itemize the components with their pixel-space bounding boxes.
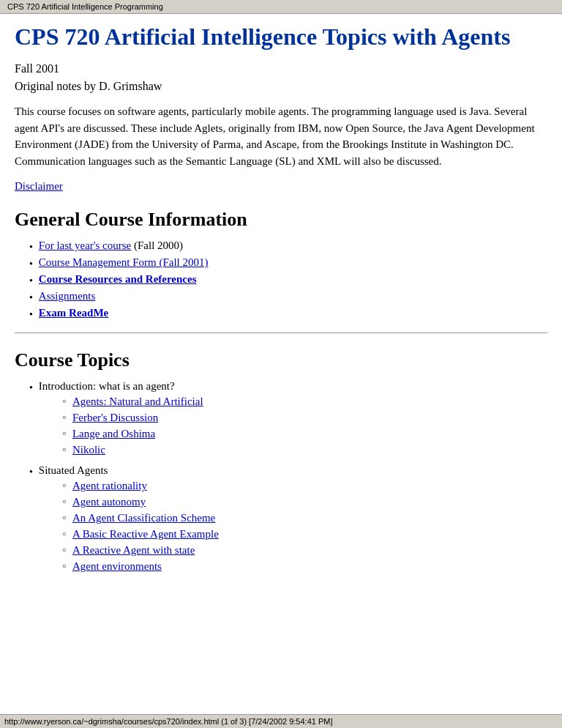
list-item: Agent rationality xyxy=(62,480,219,492)
list-item: Introduction: what is an agent? Agents: … xyxy=(29,380,547,460)
course-topics-heading: Course Topics xyxy=(15,349,547,371)
list-item: Assignments xyxy=(29,290,547,302)
page-title: CPS 720 Artificial Intelligence Topics w… xyxy=(15,23,547,51)
semester: Fall 2001 xyxy=(15,62,547,75)
list-item: Course Resources and References xyxy=(29,273,547,286)
description: This course focuses on software agents, … xyxy=(15,103,547,169)
status-bar: http://www.ryerson.ca/~dgrimsha/courses/… xyxy=(0,714,562,728)
browser-tab: CPS 720 Artificial Intelligence Programm… xyxy=(0,0,562,14)
list-item: For last year's course (Fall 2000) xyxy=(29,239,547,252)
agent-classification-link[interactable]: An Agent Classification Scheme xyxy=(72,512,215,524)
list-item: Exam ReadMe xyxy=(29,307,547,319)
section-divider xyxy=(15,333,547,333)
agent-rationality-link[interactable]: Agent rationality xyxy=(72,480,147,491)
general-course-info-heading: General Course Information xyxy=(15,209,547,231)
nikolic-link[interactable]: Nikolic xyxy=(72,444,105,456)
list-item: Ferber's Discussion xyxy=(62,412,203,424)
course-management-link[interactable]: Course Management Form (Fall 2001) xyxy=(39,256,209,268)
course-topics-list: Introduction: what is an agent? Agents: … xyxy=(15,380,547,576)
intro-label: Introduction: what is an agent? xyxy=(39,380,203,393)
agents-natural-artificial-link[interactable]: Agents: Natural and Artificial xyxy=(72,395,203,407)
agent-autonomy-link[interactable]: Agent autonomy xyxy=(72,496,146,508)
reactive-agent-state-link[interactable]: A Reactive Agent with state xyxy=(72,544,195,556)
list-item: Agent environments xyxy=(62,560,219,573)
disclaimer-link[interactable]: Disclaimer xyxy=(15,180,63,192)
list-item: Course Management Form (Fall 2001) xyxy=(29,256,547,269)
course-resources-link[interactable]: Course Resources and References xyxy=(39,273,197,285)
list-item: A Reactive Agent with state xyxy=(62,544,219,557)
last-year-suffix: (Fall 2000) xyxy=(131,239,183,251)
author: Original notes by D. Grimshaw xyxy=(15,80,547,93)
assignments-link[interactable]: Assignments xyxy=(39,290,96,302)
basic-reactive-agent-link[interactable]: A Basic Reactive Agent Example xyxy=(72,528,219,540)
situated-agents-sub-list: Agent rationality Agent autonomy An Agen… xyxy=(39,480,219,576)
list-item: Agents: Natural and Artificial xyxy=(62,395,203,408)
agent-environments-link[interactable]: Agent environments xyxy=(72,560,162,572)
last-year-course-link[interactable]: For last year's course xyxy=(39,239,131,251)
exam-readme-link[interactable]: Exam ReadMe xyxy=(39,307,108,319)
ferbers-discussion-link[interactable]: Ferber's Discussion xyxy=(72,412,158,423)
situated-agents-label: Situated Agents xyxy=(39,464,219,477)
list-item: Agent autonomy xyxy=(62,496,219,508)
intro-sub-list: Agents: Natural and Artificial Ferber's … xyxy=(39,395,203,460)
lange-oshima-link[interactable]: Lange and Oshima xyxy=(72,428,155,439)
general-info-list: For last year's course (Fall 2000) Cours… xyxy=(15,239,547,319)
list-item: A Basic Reactive Agent Example xyxy=(62,528,219,541)
list-item: Nikolic xyxy=(62,444,203,456)
list-item: An Agent Classification Scheme xyxy=(62,512,219,524)
list-item: Situated Agents Agent rationality Agent … xyxy=(29,464,547,576)
page-content: CPS 720 Artificial Intelligence Topics w… xyxy=(0,14,562,613)
list-item: Lange and Oshima xyxy=(62,428,203,440)
